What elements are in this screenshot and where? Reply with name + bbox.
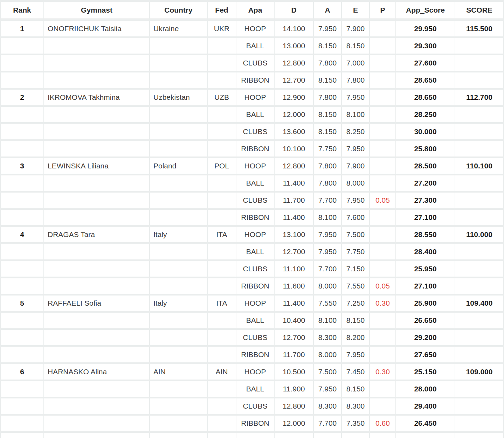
column-header-app-score: App_Score [396, 2, 455, 19]
country-cell [150, 261, 207, 277]
apparatus-cell: RIBBON [236, 210, 274, 225]
apparatus-score-cell: 27.650 [396, 347, 455, 362]
column-header-gymnast: Gymnast [44, 2, 149, 19]
total-score-cell [455, 193, 503, 208]
penalty-cell [370, 21, 395, 36]
d-score-cell: 11.700 [275, 193, 313, 208]
gymnast-name-cell [44, 313, 149, 328]
fed-cell: UZB [208, 90, 236, 105]
country-cell: Uzbekistan [150, 90, 207, 105]
total-score-cell [455, 72, 503, 88]
apparatus-cell: RIBBON [236, 347, 274, 362]
country-cell [150, 141, 207, 157]
partial-row [1, 433, 503, 438]
a-score-cell: 8.300 [314, 398, 341, 414]
a-score-cell: 7.800 [314, 158, 341, 174]
e-score-cell: 8.150 [342, 313, 369, 328]
rank-cell: 4 [1, 227, 43, 242]
d-score-cell: 12.800 [275, 398, 313, 414]
total-score-cell: 115.500 [455, 21, 503, 36]
fed-cell [208, 55, 236, 71]
apparatus-score-cell: 26.650 [396, 313, 455, 328]
a-score-cell: 7.800 [314, 90, 341, 105]
e-score-cell: 7.550 [342, 278, 369, 294]
e-score-cell: 8.150 [342, 381, 369, 397]
d-score-cell: 11.600 [275, 278, 313, 294]
empty-cell [342, 433, 369, 438]
empty-cell [455, 433, 503, 438]
fed-cell [208, 107, 236, 122]
total-score-cell: 110.100 [455, 158, 503, 174]
e-score-cell: 8.100 [342, 107, 369, 122]
header-row: RankGymnastCountryFedApaDAEPApp_ScoreSCO… [1, 2, 503, 19]
a-score-cell: 8.000 [314, 278, 341, 294]
gymnast-name-cell [44, 381, 149, 397]
apparatus-cell: CLUBS [236, 193, 274, 208]
total-score-cell: 109.000 [455, 364, 503, 380]
rank-cell [1, 141, 43, 157]
fed-cell: UKR [208, 21, 236, 36]
apparatus-score-cell: 25.150 [396, 364, 455, 380]
penalty-cell [370, 175, 395, 191]
a-score-cell: 8.300 [314, 330, 341, 345]
column-header-e: E [342, 2, 369, 19]
e-score-cell: 7.600 [342, 210, 369, 225]
a-score-cell: 8.150 [314, 72, 341, 88]
apparatus-score-cell: 28.250 [396, 107, 455, 122]
table-row: BALL10.4008.1008.15026.650 [1, 313, 503, 328]
table-row: RIBBON12.7008.1507.80028.650 [1, 72, 503, 88]
apparatus-cell: BALL [236, 313, 274, 328]
gymnast-name-cell [44, 261, 149, 277]
apparatus-cell: HOOP [236, 21, 274, 36]
apparatus-score-cell: 28.550 [396, 227, 455, 242]
gymnast-name-cell [44, 330, 149, 345]
fed-cell [208, 330, 236, 345]
a-score-cell: 8.150 [314, 107, 341, 122]
total-score-cell [455, 416, 503, 431]
table-row: 1ONOFRIICHUK TaisiiaUkraineUKRHOOP14.100… [1, 21, 503, 36]
country-cell [150, 124, 207, 139]
a-score-cell: 7.950 [314, 21, 341, 36]
d-score-cell: 10.500 [275, 364, 313, 380]
d-score-cell: 12.700 [275, 72, 313, 88]
table-row: 5RAFFAELI SofiaItalyITAHOOP11.4007.5507.… [1, 296, 503, 311]
table-row: RIBBON11.7008.0007.95027.650 [1, 347, 503, 362]
d-score-cell: 11.400 [275, 210, 313, 225]
total-score-cell [455, 107, 503, 122]
apparatus-cell: RIBBON [236, 416, 274, 431]
penalty-cell [370, 381, 395, 397]
rank-cell: 5 [1, 296, 43, 311]
penalty-cell [370, 227, 395, 242]
empty-cell [396, 433, 455, 438]
column-header-fed: Fed [208, 2, 236, 19]
total-score-cell [455, 278, 503, 294]
country-cell [150, 381, 207, 397]
d-score-cell: 12.900 [275, 90, 313, 105]
e-score-cell: 8.250 [342, 124, 369, 139]
apparatus-cell: HOOP [236, 90, 274, 105]
column-header-score: SCORE [455, 2, 503, 19]
d-score-cell: 11.900 [275, 381, 313, 397]
d-score-cell: 11.100 [275, 261, 313, 277]
empty-cell [208, 433, 236, 438]
a-score-cell: 7.700 [314, 193, 341, 208]
rank-cell: 6 [1, 364, 43, 380]
column-header-p: P [370, 2, 395, 19]
a-score-cell: 8.000 [314, 347, 341, 362]
e-score-cell: 7.350 [342, 416, 369, 431]
empty-cell [150, 433, 207, 438]
d-score-cell: 11.400 [275, 175, 313, 191]
apparatus-score-cell: 28.650 [396, 72, 455, 88]
penalty-cell [370, 141, 395, 157]
table-row: BALL11.4007.8008.00027.200 [1, 175, 503, 191]
rank-cell [1, 107, 43, 122]
d-score-cell: 12.800 [275, 158, 313, 174]
country-cell: Italy [150, 227, 207, 242]
apparatus-cell: HOOP [236, 227, 274, 242]
table-row: CLUBS12.7008.3008.20029.200 [1, 330, 503, 345]
apparatus-score-cell: 29.200 [396, 330, 455, 345]
table-row: RIBBON12.0007.7007.3500.6026.450 [1, 416, 503, 431]
apparatus-cell: CLUBS [236, 55, 274, 71]
a-score-cell: 8.100 [314, 210, 341, 225]
apparatus-cell: HOOP [236, 364, 274, 380]
